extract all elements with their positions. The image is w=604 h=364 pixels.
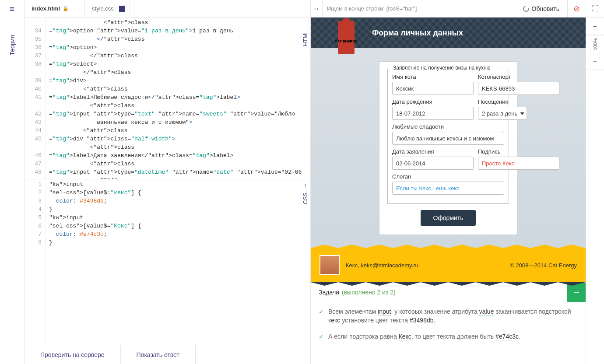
css-lang-label: CSS [302, 192, 309, 204]
page-title: Форма личных данных [372, 28, 463, 38]
sign-label: Подпись [478, 148, 559, 155]
breadcrumb: Ищем в конце строки: [fooS="bar"] [322, 0, 515, 17]
sweets-label: Любимые сладости [392, 123, 504, 130]
html-lang-label: HTML [302, 31, 309, 46]
editor-column: index.html 🔒 style.css 3435363738 394041… [25, 0, 311, 364]
slogan-label: Слоган [392, 173, 504, 180]
appdate-input[interactable] [392, 157, 474, 170]
cat-name-label: Имя кота [392, 74, 474, 80]
preview-body-wrap: CAT ENERGY Форма личных данных Заявление… [311, 18, 604, 364]
tasks-header: Задачи (выполнено 2 из 2) [311, 283, 567, 302]
cat-footer: Кекс, keks@htmlacademy.ru © 2008—2014 Ca… [311, 248, 586, 282]
tasks-panel: Задачи (выполнено 2 из 2) → ✓ Всем элеме… [311, 282, 586, 351]
html-editor-pane: 3435363738 394041 42434445 464748 <"attr… [25, 18, 310, 179]
task-item: ✓ Всем элементам input, у которых значен… [319, 304, 578, 329]
lock-icon: 🔒 [63, 6, 69, 11]
tasks-progress: (выполнено 2 из 2) [342, 289, 396, 296]
passport-label: Котопаспорт [478, 74, 559, 80]
refresh-label: Обновить [532, 5, 559, 12]
editor-footer: Проверить на сервере Показать ответ [25, 345, 310, 364]
preview-toolbar: ↔ Ищем в конце строки: [fooS="bar"] Обно… [311, 0, 604, 18]
form-legend: Заявление на получение визы на кухню [391, 65, 492, 71]
cat-main: Заявление на получение визы на кухню Имя… [311, 48, 586, 248]
cat-energy-logo: CAT ENERGY [328, 21, 364, 63]
line-gutter: 3435363738 394041 42434445 464748 [25, 18, 46, 179]
logo-text: CAT ENERGY [328, 39, 364, 43]
task-text: Всем элементам input, у которых значение… [328, 307, 578, 325]
appdate-label: Дата заявления [392, 148, 474, 155]
passport-input[interactable] [478, 82, 559, 95]
editors: 3435363738 394041 42434445 464748 <"attr… [25, 18, 310, 345]
zoom-out-button[interactable]: − [586, 52, 604, 70]
tasks-body: ✓ Всем элементам input, у которых значен… [311, 302, 586, 351]
sign-input[interactable] [478, 157, 559, 170]
preview-column: ↔ Ищем в конце строки: [fooS="bar"] Обно… [311, 0, 604, 364]
show-answer-button[interactable]: Показать ответ [121, 345, 196, 364]
tasks-title: Задачи [319, 289, 339, 296]
zoom-in-button[interactable]: + [586, 18, 604, 35]
form-card: Заявление на получение визы на кухню Имя… [379, 61, 517, 235]
preview-iframe: CAT ENERGY Форма личных данных Заявление… [311, 18, 586, 364]
zoom-value: 100% [586, 35, 604, 52]
hamburger-icon[interactable]: ≡ [0, 0, 24, 18]
next-button[interactable]: → [567, 283, 586, 302]
fullscreen-icon[interactable]: ⛶ [586, 0, 604, 17]
form-fieldset: Заявление на получение визы на кухню Имя… [387, 69, 509, 204]
task-item: ✓ А если подстрока равна Кекс, то цвет т… [319, 329, 578, 344]
tab-style-css[interactable]: style.css [85, 0, 130, 17]
theory-tab-label[interactable]: Теория [9, 35, 16, 56]
tab-index-html[interactable]: index.html 🔒 [25, 0, 85, 17]
check-icon: ✓ [319, 307, 324, 325]
cat-name-input[interactable] [392, 82, 474, 95]
css-editor-pane: 12345678 "kw">input"sel-css">[value$="ке… [25, 179, 310, 345]
file-tabs: index.html 🔒 style.css [25, 0, 310, 18]
css-code[interactable]: "kw">input"sel-css">[value$="кекс"] { co… [46, 179, 310, 345]
tab-label: index.html [32, 5, 60, 12]
dob-input[interactable] [392, 107, 474, 120]
dob-label: Дата рождения [392, 98, 474, 105]
preview-side: + 100% − [586, 18, 604, 364]
check-icon: ✓ [319, 332, 324, 341]
slogan-input[interactable] [392, 182, 504, 195]
visits-select[interactable]: 2 раза в день [478, 107, 527, 120]
visits-label: Посещения [478, 98, 527, 105]
sweets-input[interactable] [392, 132, 504, 145]
copyright: © 2008—2014 Cat Energy [510, 262, 577, 269]
refresh-button[interactable]: Обновить [515, 0, 567, 17]
collapse-icon[interactable]: ↑ [304, 182, 307, 189]
refresh-icon [522, 4, 530, 13]
left-sidebar: ≡ Теория [0, 0, 25, 364]
footer-contact: Кекс, keks@htmlacademy.ru [346, 262, 418, 269]
cat-header: CAT ENERGY Форма личных данных [311, 18, 586, 48]
html-code[interactable]: <"attr">class="tag">option "attr">value=… [46, 18, 310, 179]
submit-button[interactable]: Оформить [421, 210, 475, 226]
eye-off-icon[interactable]: ⊘ [567, 0, 586, 17]
check-server-button[interactable]: Проверить на сервере [25, 345, 121, 364]
avatar [320, 255, 340, 275]
line-gutter: 12345678 [25, 179, 46, 345]
split-icon [119, 6, 125, 12]
tab-label: style.css [92, 5, 114, 12]
resize-handle-icon[interactable]: ↔ [311, 5, 322, 13]
task-text: А если подстрока равна Кекс, то цвет тек… [328, 332, 520, 341]
